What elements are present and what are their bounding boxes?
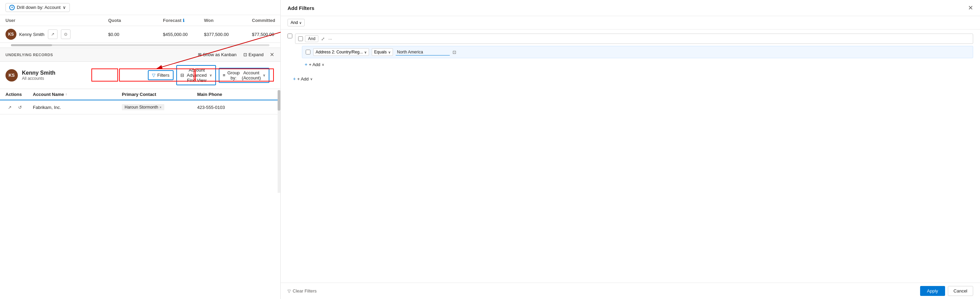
h-scrollbar-track[interactable]: [11, 44, 269, 46]
share-icon-btn[interactable]: ↗: [48, 29, 57, 39]
condition-group: And ⤢ ··· Address 2: Country/Reg... ∨: [288, 34, 973, 70]
globe-icon: ⊕: [9, 5, 15, 10]
apply-button[interactable]: Apply: [920, 286, 945, 296]
expand-button[interactable]: ⊡ Expand: [242, 51, 265, 58]
filter-conditions-container: And ⤢ ··· Address 2: Country/Reg... ∨: [281, 29, 980, 87]
field-chevron-icon: ∨: [364, 50, 367, 54]
filter-icon: ▽: [152, 73, 155, 78]
grid-icon: ⊟: [180, 73, 184, 78]
col-user: User: [5, 18, 19, 23]
clear-filters-label: Clear Filters: [293, 288, 317, 294]
record-info: Kenny Smith All accounts: [22, 70, 144, 81]
operator-dropdown[interactable]: Equals ∨: [372, 48, 393, 56]
add-filters-panel: Add Filters ✕ And ∨ And ⤢ ···: [281, 0, 980, 299]
v-scrollbar-thumb: [278, 90, 280, 110]
drill-down-button[interactable]: ⊕ Drill down by: Account ∨: [5, 3, 70, 12]
v-scrollbar[interactable]: [278, 90, 280, 193]
share-icon: ↗: [51, 32, 54, 37]
accounts-data-row: ↗ ↺ Fabrikam, Inc. Haroun Stormonth × 42…: [0, 100, 280, 114]
forecast-value: $455,000.00: [163, 32, 204, 37]
row-refresh-button[interactable]: ↺: [16, 103, 24, 111]
bottom-right-buttons: Apply Cancel: [920, 286, 973, 296]
user-avatar: KS: [5, 29, 16, 40]
quota-value: $0.00: [108, 32, 163, 37]
underlying-title: UNDERLYING RECORDS: [5, 53, 53, 57]
main-content: ⊕ Drill down by: Account ∨ User Quota Fo…: [0, 0, 281, 299]
h-scrollbar-container: [0, 43, 280, 48]
drill-down-label: Drill down by: Account: [17, 5, 60, 10]
and-operator-button[interactable]: And ∨: [288, 19, 305, 26]
add-sub-filter-button[interactable]: + + Add ∨: [302, 60, 327, 69]
groupby-chevron-icon: ∨: [263, 73, 265, 77]
table-header-row: User Quota Forecast ℹ Won Committed Best…: [0, 15, 280, 26]
kanban-icon: ⊞: [198, 52, 202, 57]
filter-operator-row: And ∨: [281, 16, 980, 29]
condition-group-checkbox[interactable]: [288, 34, 292, 38]
target-icon-btn[interactable]: ⊙: [61, 29, 70, 39]
col-quota: Quota: [108, 18, 163, 23]
col-primary-contact-header: Primary Contact: [122, 92, 197, 97]
panel-close-button[interactable]: ✕: [968, 4, 973, 12]
contact-tag-close-icon[interactable]: ×: [159, 106, 162, 109]
expand-label: Expand: [248, 52, 264, 57]
condition-indent: Address 2: Country/Reg... ∨ Equals ∨ ⊡: [295, 46, 973, 70]
accounts-table-header: Actions Account Name ↑ Primary Contact M…: [0, 89, 280, 100]
record-name: Kenny Smith: [22, 70, 144, 76]
contact-tag-label: Haroun Stormonth: [125, 105, 158, 110]
account-name-cell: Fabrikam, Inc.: [33, 105, 122, 110]
condition-and-checkbox[interactable]: [298, 36, 303, 41]
condition-more-button[interactable]: ···: [328, 36, 333, 42]
clear-filter-icon: ▽: [288, 289, 291, 294]
close-underlying-button[interactable]: ✕: [269, 51, 275, 59]
clear-filters-button[interactable]: ▽ Clear Filters: [288, 288, 317, 294]
filters-label: Filters: [158, 73, 169, 78]
field-dropdown[interactable]: Address 2: Country/Reg... ∨: [313, 48, 369, 56]
filter-bar: ▽ Filters ⊟ Account Advanced Find View ∨…: [148, 65, 275, 85]
view-selector-button[interactable]: ⊟ Account Advanced Find View ∨: [176, 65, 216, 85]
plus-icon: +: [305, 62, 307, 67]
condition-expand-button[interactable]: ⤢: [320, 36, 326, 42]
and-label: And: [291, 20, 298, 25]
col-account-name-header[interactable]: Account Name ↑: [33, 92, 122, 97]
chevron-down-icon: ∨: [63, 5, 66, 10]
plus-main-icon: +: [293, 76, 296, 82]
condition-row-checkbox[interactable]: [305, 50, 310, 54]
view-label: Account Advanced Find View: [186, 67, 207, 83]
main-phone-cell: 423-555-0103: [197, 105, 266, 110]
user-name-cell: Kenny Smith ↗ ⊙: [19, 29, 108, 39]
add-main-filter-button[interactable]: + + Add ∨: [288, 75, 318, 83]
groupby-icon: ≡: [223, 73, 226, 78]
contact-tag: Haroun Stormonth ×: [122, 104, 164, 110]
add-sub-chevron: ∨: [322, 63, 324, 66]
target-icon: ⊙: [64, 32, 67, 37]
user-name: Kenny Smith: [19, 32, 45, 37]
data-row-kenny: KS Kenny Smith ↗ ⊙ $0.00 $455,000.00 $37…: [0, 26, 280, 43]
underlying-records-section: UNDERLYING RECORDS ⊞ Show as Kanban ⊡ Ex…: [0, 48, 280, 62]
user-cell: KS: [5, 29, 19, 40]
info-icon: ℹ: [183, 18, 185, 23]
primary-contact-cell: Haroun Stormonth ×: [122, 104, 197, 110]
condition-and-label: And: [305, 35, 318, 42]
col-forecast: Forecast ℹ: [163, 18, 204, 23]
panel-title: Add Filters: [288, 5, 314, 11]
and-chevron-icon: ∨: [299, 21, 302, 25]
col-won: Won: [204, 18, 252, 23]
record-detail-row: KS Kenny Smith All accounts ▽ Filters ⊟ …: [0, 62, 280, 89]
operator-label: Equals: [374, 50, 387, 54]
group-by-button[interactable]: ≡ Group by: Account (Account) ∨: [219, 68, 269, 83]
add-sub-filter-row: + + Add ∨: [302, 58, 973, 70]
value-input[interactable]: [396, 49, 450, 56]
condition-group-inner: And ⤢ ··· Address 2: Country/Reg... ∨: [295, 34, 973, 70]
show-as-kanban-button[interactable]: ⊞ Show as Kanban: [196, 51, 238, 58]
sort-icon: ↑: [65, 93, 67, 96]
row-actions: ↗ ↺: [5, 103, 33, 111]
filters-button[interactable]: ▽ Filters: [148, 70, 173, 80]
row-external-link-button[interactable]: ↗: [5, 103, 14, 111]
cancel-button[interactable]: Cancel: [948, 286, 973, 296]
field-label: Address 2: Country/Reg...: [316, 50, 363, 54]
group-by-value: Account (Account): [242, 70, 261, 80]
show-as-kanban-label: Show as Kanban: [203, 52, 237, 57]
view-chevron-icon: ∨: [210, 73, 212, 77]
top-bar: ⊕ Drill down by: Account ∨: [0, 0, 280, 15]
record-avatar: KS: [5, 69, 18, 82]
